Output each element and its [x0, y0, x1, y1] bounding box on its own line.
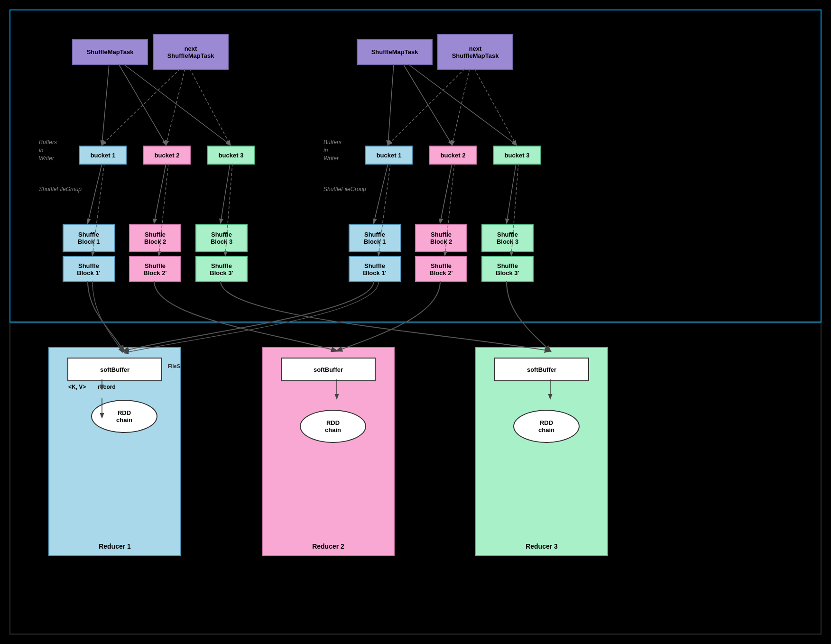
reducer2-rdd-chain: RDD chain: [300, 410, 366, 443]
left-shuffle-block-2p: Shuffle Block 2': [129, 256, 181, 282]
reducer2-soft-buffer: softBuffer: [281, 358, 376, 381]
right-shuffle-block-3: Shuffle Block 3: [481, 224, 534, 252]
reducer1-soft-buffer: softBuffer FileS: [67, 358, 162, 381]
left-shuffle-block-3: Shuffle Block 3: [195, 224, 248, 252]
reducer-2-box: softBuffer RDD chain Reducer 2: [262, 347, 395, 556]
reducer3-label: Reducer 3: [481, 538, 602, 550]
right-bucket-1: bucket 1: [365, 146, 413, 165]
reducer1-label: Reducer 1: [54, 538, 175, 550]
reducer1-rdd-chain: RDD chain: [91, 400, 157, 433]
left-shuffle-block-3p: Shuffle Block 3': [195, 256, 248, 282]
right-bucket-2: bucket 2: [429, 146, 477, 165]
right-shuffle-file-group-label: ShuffleFileGroup: [323, 186, 366, 193]
right-shuffle-block-2p: Shuffle Block 2': [415, 256, 467, 282]
left-shuffle-file-group-label: ShuffleFileGroup: [39, 186, 82, 193]
right-bucket-3: bucket 3: [493, 146, 541, 165]
left-shuffle-block-1: Shuffle Block 1: [63, 224, 115, 252]
right-shuffle-block-2: Shuffle Block 2: [415, 224, 467, 252]
bottom-box: softBuffer FileS <K, V> record RDD chain…: [9, 322, 822, 635]
right-buffers-label: Buffers in Writer: [323, 138, 342, 162]
reducer3-soft-buffer: softBuffer: [494, 358, 589, 381]
right-shuffle-block-1p: Shuffle Block 1': [349, 256, 401, 282]
reducer2-label: Reducer 2: [268, 538, 389, 550]
top-box: ShuffleMapTask next ShuffleMapTask Buffe…: [9, 9, 822, 322]
reducer-3-box: softBuffer RDD chain Reducer 3: [475, 347, 608, 556]
left-bucket-3: bucket 3: [207, 146, 255, 165]
right-shuffle-block-3p: Shuffle Block 3': [481, 256, 534, 282]
reducer-1-box: softBuffer FileS <K, V> record RDD chain…: [48, 347, 181, 556]
reducer3-rdd-chain: RDD chain: [513, 410, 580, 443]
right-shuffle-map-task-1: ShuffleMapTask: [357, 39, 433, 65]
reducer1-kv-label: <K, V> record: [68, 384, 116, 390]
main-container: ShuffleMapTask next ShuffleMapTask Buffe…: [9, 9, 822, 635]
right-shuffle-block-1: Shuffle Block 1: [349, 224, 401, 252]
left-shuffle-block-1p: Shuffle Block 1': [63, 256, 115, 282]
left-buffers-label: Buffers in Writer: [39, 138, 57, 162]
left-shuffle-block-2: Shuffle Block 2: [129, 224, 181, 252]
right-next-shuffle-map-task: next ShuffleMapTask: [437, 34, 513, 70]
left-shuffle-map-task-1: ShuffleMapTask: [72, 39, 148, 65]
left-next-shuffle-map-task: next ShuffleMapTask: [153, 34, 229, 70]
left-bucket-2: bucket 2: [143, 146, 191, 165]
left-bucket-1: bucket 1: [79, 146, 127, 165]
